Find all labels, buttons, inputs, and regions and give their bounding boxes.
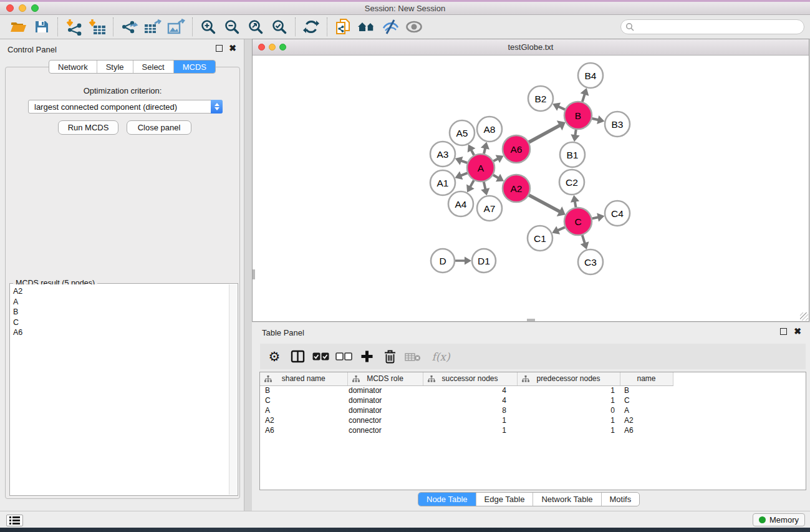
table-row[interactable]: Adominator80A — [260, 405, 673, 415]
hide-graphics-details-button[interactable] — [378, 16, 402, 37]
tab-network-table[interactable]: Network Table — [533, 493, 601, 506]
import-network-button[interactable] — [62, 16, 85, 37]
tab-edge-table[interactable]: Edge Table — [476, 493, 534, 506]
tab-style[interactable]: Style — [97, 60, 133, 73]
export-table-button[interactable] — [141, 16, 165, 37]
save-session-button[interactable] — [30, 16, 54, 37]
create-column-button[interactable] — [357, 347, 376, 366]
mcds-result-scrollbar[interactable] — [229, 284, 237, 495]
graph-edge-A-A2[interactable] — [493, 175, 499, 178]
window-resize-grip[interactable] — [800, 312, 808, 321]
graph-node-B1[interactable]: B1 — [560, 142, 585, 167]
col-header-predecessor-nodes[interactable]: predecessor nodes — [517, 372, 620, 385]
table-row[interactable]: Bdominator41B — [260, 385, 673, 395]
graph-node-C[interactable]: C — [564, 208, 592, 235]
graph-edge-A-A4[interactable] — [470, 180, 474, 187]
float-table-panel-icon[interactable] — [780, 328, 787, 335]
graph-edge-A-A8[interactable] — [484, 148, 485, 153]
col-header-mcds-role[interactable]: MCDS role — [347, 372, 423, 385]
export-network-button[interactable] — [117, 16, 141, 37]
graph-node-B4[interactable]: B4 — [578, 63, 603, 88]
graph-node-C4[interactable]: C4 — [605, 201, 630, 226]
graph-node-A[interactable]: A — [467, 154, 494, 181]
graph-node-D1[interactable]: D1 — [472, 249, 496, 273]
graph-edge-B-B1[interactable] — [575, 130, 576, 136]
network-window-titlebar[interactable]: testGlobe.txt — [253, 39, 809, 56]
memory-button[interactable]: Memory — [753, 513, 805, 526]
select-all-columns-button[interactable] — [311, 347, 330, 366]
graph-edge-A-A1[interactable] — [461, 173, 468, 175]
zoom-fit-button[interactable] — [244, 16, 268, 37]
table-row[interactable]: A2connector11A2 — [260, 415, 673, 425]
graph-edge-A-A5[interactable] — [471, 150, 475, 155]
mcds-result-item[interactable]: A2 — [13, 286, 229, 297]
show-hide-details-button[interactable] — [402, 16, 426, 37]
table-row[interactable]: Cdominator41C — [260, 395, 673, 405]
graph-edge-B-B4[interactable] — [582, 94, 585, 102]
tab-mcds[interactable]: MCDS — [174, 60, 215, 73]
delete-table-button[interactable] — [403, 347, 422, 366]
zoom-selected-button[interactable] — [268, 16, 291, 37]
search-box[interactable] — [620, 19, 804, 34]
col-header-successor-nodes[interactable]: successor nodes — [423, 372, 517, 385]
export-image-button[interactable] — [165, 16, 188, 37]
show-column-button[interactable] — [288, 347, 307, 366]
refresh-view-button[interactable] — [299, 16, 323, 37]
graph-node-A2[interactable]: A2 — [503, 175, 530, 202]
graph-node-A3[interactable]: A3 — [430, 142, 455, 167]
mcds-result-item[interactable]: A6 — [13, 327, 229, 338]
import-table-button[interactable] — [85, 16, 109, 37]
graph-node-B[interactable]: B — [564, 102, 592, 129]
tab-select[interactable]: Select — [133, 60, 174, 73]
graph-node-C3[interactable]: C3 — [578, 249, 603, 274]
open-file-button[interactable] — [6, 16, 30, 37]
graph-node-C1[interactable]: C1 — [528, 226, 552, 251]
tab-node-table[interactable]: Node Table — [418, 493, 476, 506]
show-panels-button[interactable] — [6, 515, 23, 526]
float-panel-icon[interactable] — [216, 45, 223, 52]
graph-edge-C-C1[interactable] — [557, 227, 565, 230]
graph-node-A7[interactable]: A7 — [477, 196, 502, 221]
graph-node-B2[interactable]: B2 — [528, 86, 553, 111]
unselect-all-columns-button[interactable] — [334, 347, 353, 366]
search-input[interactable] — [635, 22, 804, 32]
graph-node-A4[interactable]: A4 — [448, 191, 473, 216]
close-panel-button[interactable]: Close panel — [127, 120, 191, 135]
graph-node-A8[interactable]: A8 — [477, 117, 502, 142]
graph-edge-A6-B[interactable] — [529, 125, 560, 142]
mcds-result-item[interactable]: C — [13, 317, 229, 328]
graph-edge-B-B3[interactable] — [592, 118, 598, 120]
graph-node-A1[interactable]: A1 — [430, 170, 455, 195]
graph-edge-A-A7[interactable] — [484, 181, 486, 189]
graph-node-C2[interactable]: C2 — [559, 170, 584, 195]
function-builder-button[interactable]: f(x) — [427, 347, 455, 366]
zoom-in-button[interactable] — [196, 16, 220, 37]
graph-edge-B-B2[interactable] — [558, 107, 565, 110]
delete-column-button[interactable] — [380, 347, 399, 366]
tab-network[interactable]: Network — [49, 60, 97, 73]
table-options-button[interactable]: ⚙ — [265, 347, 284, 366]
new-network-from-selection-button[interactable] — [331, 16, 355, 37]
run-mcds-button[interactable]: Run MCDS — [58, 120, 118, 135]
mcds-result-item[interactable]: A — [13, 297, 229, 307]
network-graph[interactable]: B4B2BB3A5A8A6A3B1AA1C2A2A4A7CC4C1C3DD1 — [253, 56, 809, 321]
zoom-out-button[interactable] — [220, 16, 244, 37]
close-panel-icon[interactable]: ✖ — [229, 45, 236, 52]
col-header-name[interactable]: name — [620, 372, 673, 385]
criterion-dropdown[interactable]: largest connected component (directed) — [28, 100, 223, 114]
graph-edge-C-C4[interactable] — [592, 217, 599, 218]
graph-edge-A-A3[interactable] — [461, 161, 467, 163]
mcds-result-item[interactable]: B — [13, 307, 229, 317]
mcds-result-list[interactable]: A2ABCA6 — [11, 284, 229, 495]
tab-motifs[interactable]: Motifs — [602, 493, 640, 506]
graph-node-B3[interactable]: B3 — [605, 112, 630, 137]
graph-node-D[interactable]: D — [431, 249, 455, 273]
graph-edge-A2-C[interactable] — [529, 195, 560, 212]
graph-edge-A-A6[interactable] — [493, 158, 498, 161]
first-neighbors-button[interactable] — [355, 16, 378, 37]
vertical-scroll-thumb[interactable] — [253, 269, 255, 279]
close-table-panel-icon[interactable]: ✖ — [794, 328, 801, 335]
graph-node-A5[interactable]: A5 — [450, 120, 475, 145]
network-canvas[interactable]: B4B2BB3A5A8A6A3B1AA1C2A2A4A7CC4C1C3DD1 — [253, 56, 809, 321]
graph-edge-C-C2[interactable] — [575, 201, 576, 208]
